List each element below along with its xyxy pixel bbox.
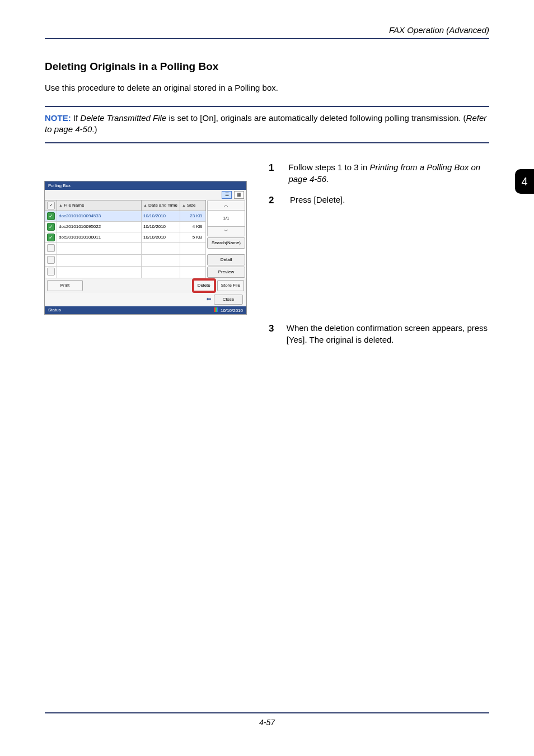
cell-size: 23 KB <box>180 211 206 221</box>
close-button[interactable]: Close <box>214 295 243 305</box>
cell-size <box>180 266 206 278</box>
sort-asc-icon: ▲ <box>59 203 63 207</box>
list-view-button[interactable]: ☰ <box>222 191 232 199</box>
cell-filename: doc20101010094533 <box>57 211 142 221</box>
intro-text: Use this procedure to delete an original… <box>45 83 489 92</box>
col-name[interactable]: ▲File Name <box>57 200 142 211</box>
step-text: Press [Delete]. <box>290 194 345 207</box>
row-checkbox[interactable]: ✓ <box>47 212 55 220</box>
table-row[interactable]: ✓doc2010101010001110/10/20105 KB <box>45 232 206 242</box>
note-box: NOTE: If Delete Transmitted File is set … <box>45 106 489 143</box>
chevron-up-icon: ︿ <box>224 202 228 208</box>
status-label: Status <box>48 307 61 312</box>
cell-size <box>180 254 206 266</box>
dialog-title: Polling Box <box>45 181 246 190</box>
cell-size: 5 KB <box>180 232 206 242</box>
select-all-header[interactable]: ✓ <box>45 200 57 211</box>
cell-filename: doc20101010100011 <box>57 232 142 242</box>
cell-filename: doc20101010095022 <box>57 221 142 232</box>
page-count: 1/1 <box>223 211 229 226</box>
thumb-view-icon: ▦ <box>237 192 241 197</box>
search-name-button[interactable]: Search(Name) <box>207 237 245 249</box>
sort-asc-icon: ▲ <box>143 203 147 207</box>
table-row[interactable]: ✓doc2010101009453310/10/201023 KB <box>45 211 206 221</box>
table-row[interactable]: ✓doc2010101009502210/10/20104 KB <box>45 221 206 232</box>
cell-date: 10/10/2010 <box>142 232 180 242</box>
cell-date <box>142 242 180 254</box>
table-row[interactable] <box>45 242 206 254</box>
status-bar: Status 10/10/2010 <box>45 306 246 314</box>
cell-size: 4 KB <box>180 221 206 232</box>
section-title: Deleting Originals in a Polling Box <box>45 60 489 73</box>
note-label: NOTE: <box>45 113 71 123</box>
page-number: 4-57 <box>45 712 489 727</box>
step-number: 1 <box>269 161 277 185</box>
note-text-2: is set to [On], originals are automatica… <box>166 113 466 123</box>
row-checkbox[interactable] <box>47 268 55 276</box>
row-checkbox[interactable]: ✓ <box>47 223 55 231</box>
cell-date: 10/10/2010 <box>142 221 180 232</box>
cell-size <box>180 242 206 254</box>
sort-asc-icon: ▲ <box>182 203 186 207</box>
table-row[interactable] <box>45 254 206 266</box>
thumb-view-button[interactable]: ▦ <box>234 191 244 199</box>
row-checkbox[interactable] <box>47 244 55 252</box>
file-table: ✓ ▲File Name ▲Date and Time ▲Size ✓doc20… <box>45 200 206 278</box>
status-indicator-icon <box>214 307 218 312</box>
status-date: 10/10/2010 <box>221 308 243 313</box>
view-toolbar: ☰ ▦ <box>45 190 246 200</box>
dialog-footer-1: Print Delete Store File <box>45 278 246 293</box>
cell-filename <box>57 242 142 254</box>
chevron-down-icon: ﹀ <box>224 228 228 234</box>
step-text: Follow steps 1 to 3 in Printing from a P… <box>288 161 489 185</box>
dialog-footer-2: Close <box>45 293 246 306</box>
note-text-3: .) <box>92 124 97 134</box>
step-number: 2 <box>269 194 279 207</box>
cell-date: 10/10/2010 <box>142 211 180 221</box>
detail-button[interactable]: Detail <box>207 254 245 265</box>
print-button[interactable]: Print <box>47 280 83 291</box>
page-up-button[interactable]: ︿ <box>208 201 245 211</box>
col-size[interactable]: ▲Size <box>180 200 206 211</box>
col-date[interactable]: ▲Date and Time <box>142 200 180 211</box>
step-number: 3 <box>269 322 275 346</box>
close-icon <box>206 296 212 303</box>
store-file-button[interactable]: Store File <box>217 280 244 291</box>
cell-date <box>142 254 180 266</box>
chapter-tab: 4 <box>515 169 534 194</box>
row-checkbox[interactable] <box>47 256 55 264</box>
cell-filename <box>57 254 142 266</box>
note-text-1: If <box>71 113 81 123</box>
note-em-1: Delete Transmitted File <box>80 113 166 123</box>
cell-filename <box>57 266 142 278</box>
running-head: FAX Operation (Advanced) <box>45 25 489 39</box>
step-text: When the deletion confirmation screen ap… <box>287 322 489 346</box>
list-view-icon: ☰ <box>225 192 229 197</box>
page-down-button[interactable]: ﹀ <box>208 226 245 236</box>
table-row[interactable] <box>45 266 206 278</box>
pager: ︿ 1/1 ﹀ <box>207 200 245 236</box>
preview-button[interactable]: Preview <box>207 267 245 278</box>
row-checkbox[interactable]: ✓ <box>47 234 55 241</box>
delete-button[interactable]: Delete <box>193 279 215 292</box>
polling-box-dialog: Polling Box ☰ ▦ <box>45 181 246 314</box>
cell-date <box>142 266 180 278</box>
select-all-checkbox-icon: ✓ <box>47 202 55 209</box>
